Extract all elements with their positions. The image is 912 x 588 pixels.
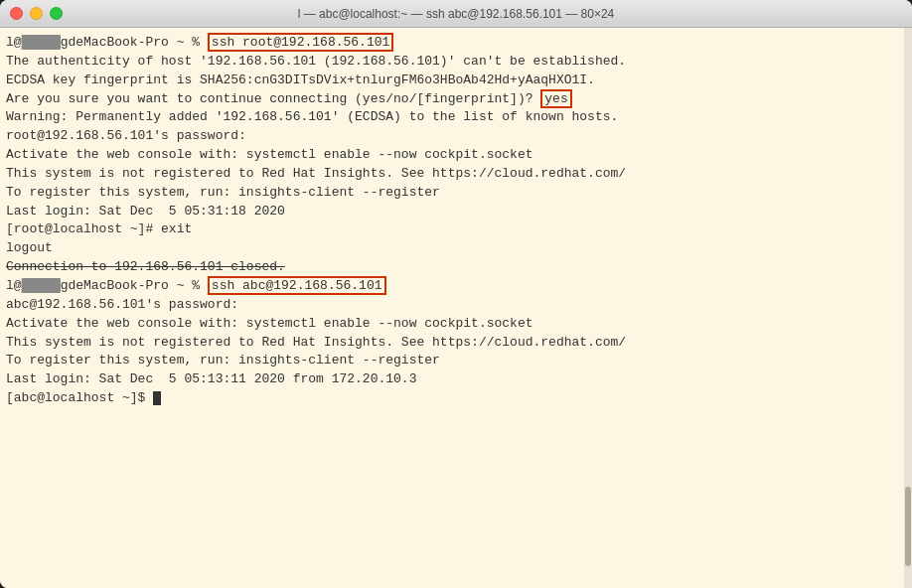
close-button[interactable] [10, 7, 23, 20]
redacted-text: ▓▓▓▓▓ [22, 35, 61, 50]
terminal-line: ECDSA key fingerprint is SHA256:cnG3DITs… [6, 72, 908, 90]
terminal-text: Last login: Sat Dec 5 05:13:11 2020 from… [6, 371, 416, 386]
terminal-text: Warning: Permanently added '192.168.56.1… [6, 109, 618, 124]
highlighted-command: ssh abc@192.168.56.101 [208, 276, 386, 295]
redacted-text: ▓▓▓▓▓ [22, 278, 61, 293]
titlebar: l — abc@localhost:~ — ssh abc@192.168.56… [0, 0, 912, 28]
terminal-text: root@192.168.56.101's password: [6, 128, 246, 143]
terminal-text: Activate the web console with: systemctl… [6, 316, 533, 331]
terminal-line: [abc@localhost ~]$ [6, 389, 908, 408]
terminal-text: ECDSA key fingerprint is SHA256:cnG3DITs… [6, 73, 595, 87]
terminal-text: To register this system, run: insights-c… [6, 353, 440, 368]
terminal-text: gdeMacBook-Pro ~ % [61, 35, 208, 50]
terminal-line: abc@192.168.56.101's password: [6, 296, 908, 315]
terminal-text: Activate the web console with: systemctl… [6, 147, 533, 162]
terminal-cursor [153, 391, 161, 405]
terminal-text: This system is not registered to Red Hat… [6, 335, 626, 350]
highlighted-command: yes [540, 89, 571, 108]
terminal-line: This system is not registered to Red Hat… [6, 165, 908, 184]
maximize-button[interactable] [50, 7, 63, 20]
terminal-line: To register this system, run: insights-c… [6, 352, 908, 370]
terminal-text: l@ [6, 278, 22, 293]
terminal-text: To register this system, run: insights-c… [6, 185, 440, 200]
terminal-line: Last login: Sat Dec 5 05:13:11 2020 from… [6, 370, 908, 389]
terminal-text: [root@localhost ~]# exit [6, 221, 192, 236]
window-title: l — abc@localhost:~ — ssh abc@192.168.56… [298, 7, 615, 21]
terminal-line: Activate the web console with: systemctl… [6, 146, 908, 165]
terminal-line: Warning: Permanently added '192.168.56.1… [6, 108, 908, 127]
terminal-line: Connection to 192.168.56.101 closed. [6, 258, 908, 277]
terminal-text: The authenticity of host '192.168.56.101… [6, 54, 626, 69]
terminal-line: This system is not registered to Red Hat… [6, 334, 908, 353]
terminal-line: root@192.168.56.101's password: [6, 127, 908, 146]
terminal-line: Are you sure you want to continue connec… [6, 90, 908, 109]
terminal-text: gdeMacBook-Pro ~ % [61, 278, 208, 293]
terminal-line: [root@localhost ~]# exit [6, 220, 908, 239]
terminal-text: logout [6, 240, 53, 255]
terminal-text: abc@192.168.56.101's password: [6, 297, 238, 312]
traffic-lights [10, 7, 63, 20]
terminal-text: Are you sure you want to continue connec… [6, 91, 540, 106]
terminal-text: l@ [6, 35, 22, 50]
scrollbar-thumb[interactable] [905, 487, 911, 566]
minimize-button[interactable] [30, 7, 43, 20]
terminal-text: Connection to 192.168.56.101 closed. [6, 259, 285, 274]
terminal-text: This system is not registered to Red Hat… [6, 166, 626, 181]
terminal-line: Activate the web console with: systemctl… [6, 315, 908, 334]
terminal-window: l — abc@localhost:~ — ssh abc@192.168.56… [0, 0, 912, 588]
terminal-line: The authenticity of host '192.168.56.101… [6, 53, 908, 72]
terminal-line: Last login: Sat Dec 5 05:31:18 2020 [6, 203, 908, 221]
scrollbar-track[interactable] [904, 28, 912, 588]
terminal-text: [abc@localhost ~]$ [6, 390, 153, 405]
terminal-content[interactable]: l@▓▓▓▓▓gdeMacBook-Pro ~ % ssh root@192.1… [0, 28, 912, 588]
terminal-line: logout [6, 239, 908, 258]
highlighted-command: ssh root@192.168.56.101 [208, 33, 393, 52]
terminal-line: l@▓▓▓▓▓gdeMacBook-Pro ~ % ssh root@192.1… [6, 34, 908, 53]
terminal-line: l@▓▓▓▓▓gdeMacBook-Pro ~ % ssh abc@192.16… [6, 277, 908, 296]
terminal-text: Last login: Sat Dec 5 05:31:18 2020 [6, 204, 285, 219]
terminal-line: To register this system, run: insights-c… [6, 184, 908, 203]
